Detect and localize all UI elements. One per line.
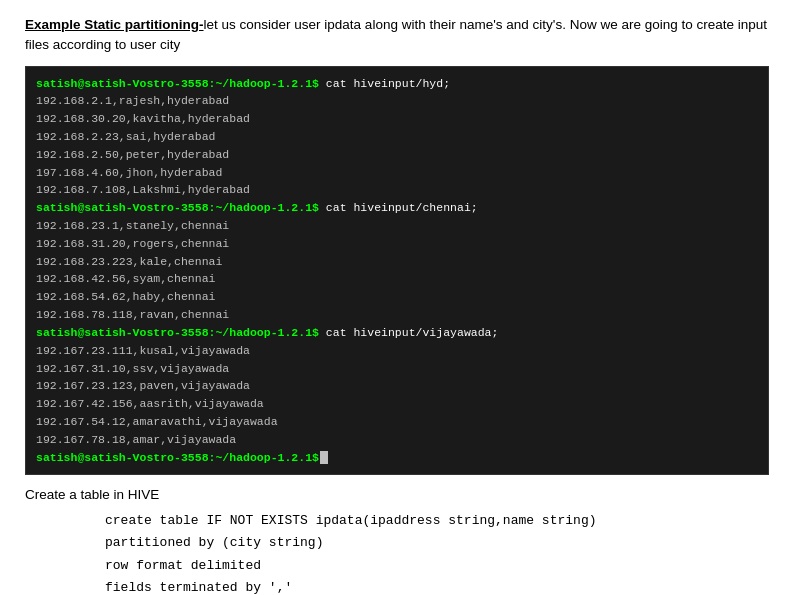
cursor-block <box>320 451 328 464</box>
terminal-block: satish@satish-Vostro-3558:~/hadoop-1.2.1… <box>25 66 769 476</box>
intro-bold: Example Static partitioning- <box>25 17 204 32</box>
terminal-section-chennai: satish@satish-Vostro-3558:~/hadoop-1.2.1… <box>36 199 758 324</box>
hyd-line-5: 197.168.4.60,jhon,hyderabad <box>36 164 758 182</box>
vijayawada-line-4: 192.167.42.156,aasrith,vijayawada <box>36 395 758 413</box>
chennai-line-2: 192.168.31.20,rogers,chennai <box>36 235 758 253</box>
cmd-chennai: cat hiveinput/chennai; <box>319 201 478 214</box>
create-table-label: Create a table in HIVE <box>25 487 769 502</box>
cmd-hyd: cat hiveinput/hyd; <box>319 77 450 90</box>
chennai-line-1: 192.168.23.1,stanely,chennai <box>36 217 758 235</box>
chennai-line-3: 192.168.23.223,kale,chennai <box>36 253 758 271</box>
code-line-4: fields terminated by ',' <box>105 577 769 595</box>
vijayawada-line-2: 192.167.31.10,ssv,vijayawada <box>36 360 758 378</box>
code-line-3: row format delimited <box>105 555 769 577</box>
hyd-line-2: 192.168.30.20,kavitha,hyderabad <box>36 110 758 128</box>
code-line-1: create table IF NOT EXISTS ipdata(ipaddr… <box>105 510 769 532</box>
code-line-2: partitioned by (city string) <box>105 532 769 554</box>
chennai-line-6: 192.168.78.118,ravan,chennai <box>36 306 758 324</box>
hyd-line-1: 192.168.2.1,rajesh,hyderabad <box>36 92 758 110</box>
vijayawada-line-3: 192.167.23.123,paven,vijayawada <box>36 377 758 395</box>
intro-paragraph: Example Static partitioning-let us consi… <box>25 15 769 56</box>
prompt-vijayawada: satish@satish-Vostro-3558:~/hadoop-1.2.1… <box>36 326 319 339</box>
chennai-line-4: 192.168.42.56,syam,chennai <box>36 270 758 288</box>
chennai-line-5: 192.168.54.62,haby,chennai <box>36 288 758 306</box>
prompt-final: satish@satish-Vostro-3558:~/hadoop-1.2.1… <box>36 451 319 464</box>
vijayawada-line-1: 192.167.23.111,kusal,vijayawada <box>36 342 758 360</box>
terminal-final-prompt: satish@satish-Vostro-3558:~/hadoop-1.2.1… <box>36 449 758 467</box>
hyd-line-4: 192.168.2.50,peter,hyderabad <box>36 146 758 164</box>
hyd-line-3: 192.168.2.23,sai,hyderabad <box>36 128 758 146</box>
create-table-section: Create a table in HIVE create table IF N… <box>25 487 769 595</box>
hive-code-block: create table IF NOT EXISTS ipdata(ipaddr… <box>105 510 769 595</box>
terminal-section-hyd: satish@satish-Vostro-3558:~/hadoop-1.2.1… <box>36 75 758 200</box>
hyd-line-6: 192.168.7.108,Lakshmi,hyderabad <box>36 181 758 199</box>
prompt-chennai: satish@satish-Vostro-3558:~/hadoop-1.2.1… <box>36 201 319 214</box>
prompt-hyd: satish@satish-Vostro-3558:~/hadoop-1.2.1… <box>36 77 319 90</box>
terminal-section-vijayawada: satish@satish-Vostro-3558:~/hadoop-1.2.1… <box>36 324 758 449</box>
vijayawada-line-6: 192.167.78.18,amar,vijayawada <box>36 431 758 449</box>
cmd-vijayawada: cat hiveinput/vijayawada; <box>319 326 498 339</box>
vijayawada-line-5: 192.167.54.12,amaravathi,vijayawada <box>36 413 758 431</box>
